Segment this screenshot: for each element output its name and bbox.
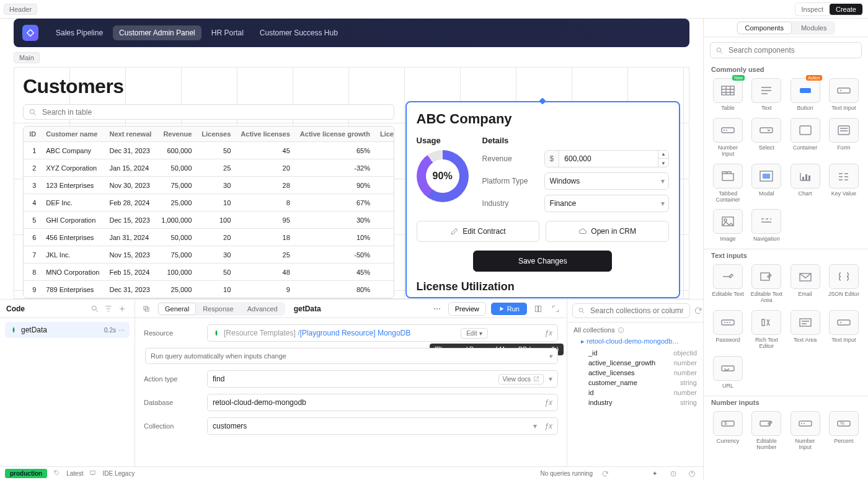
table-row[interactable]: 5GHI CorporationDec 15, 20231,000,000100… xyxy=(24,211,394,229)
customers-table[interactable]: IDCustomer nameNext renewalRevenueLicens… xyxy=(23,126,394,298)
table-row[interactable]: 7JKL Inc.Nov 15, 202375,0003025-50%-30%F… xyxy=(24,246,394,264)
panel-layout-icon[interactable] xyxy=(532,303,544,315)
table-row[interactable]: 9789 EnterprisesDec 31, 202325,00010980%… xyxy=(24,281,394,298)
nav-tab[interactable]: Customer Success Hub xyxy=(254,25,344,40)
component-tile[interactable]: Password xyxy=(711,310,745,350)
component-tile[interactable]: Editable Text Area xyxy=(750,264,783,304)
tab-components[interactable]: Components xyxy=(738,22,791,33)
resource-field[interactable]: [Resource Templates] / [Playground Resou… xyxy=(207,324,558,342)
component-tile[interactable]: Form xyxy=(827,118,861,158)
nav-tab[interactable]: Sales Pipeline xyxy=(50,25,109,40)
schema-field[interactable]: active_licensesnumber xyxy=(574,368,697,378)
run-button[interactable]: Run xyxy=(491,303,527,315)
component-tile[interactable]: Editable Text xyxy=(711,264,745,304)
component-tile[interactable]: JSON Editor xyxy=(827,264,861,304)
sparkle-icon[interactable]: ✦ xyxy=(649,468,661,480)
component-tile[interactable]: Number Input xyxy=(789,411,822,451)
table-col-header[interactable]: Active license growth xyxy=(295,127,375,142)
duplicate-icon[interactable] xyxy=(140,303,153,315)
component-tile[interactable]: Text Area xyxy=(789,310,822,350)
schema-search-input[interactable] xyxy=(589,306,684,316)
refresh-icon[interactable] xyxy=(694,304,702,317)
table-col-header[interactable]: Next renewal xyxy=(104,127,156,142)
schema-field[interactable]: active_license_growthnumber xyxy=(574,358,697,368)
table-col-header[interactable]: ID xyxy=(24,127,41,142)
nav-tab[interactable]: HR Portal xyxy=(205,25,250,40)
component-tile[interactable]: Editable Number xyxy=(750,411,783,451)
table-col-header[interactable]: Revenue xyxy=(156,127,197,142)
database-field[interactable]: retool-cloud-demo-mongodb ƒx xyxy=(207,394,558,411)
schema-all-collections[interactable]: All collections xyxy=(574,326,697,334)
component-tile[interactable]: ActionButton xyxy=(789,78,822,112)
fx-icon[interactable]: ƒx xyxy=(541,398,552,407)
tab-general[interactable]: General xyxy=(159,303,195,314)
inspector-search-input[interactable] xyxy=(727,45,856,55)
history-icon[interactable] xyxy=(667,468,680,480)
ide-legacy-label[interactable]: IDE Legacy xyxy=(102,470,135,477)
action-type-field[interactable]: find View docs ▾ xyxy=(207,370,558,388)
search-icon[interactable] xyxy=(89,303,101,315)
expand-icon[interactable] xyxy=(549,303,562,315)
table-row[interactable]: 3123 EnterprisesNov 30, 202375,000302890… xyxy=(24,177,394,194)
plus-icon[interactable] xyxy=(116,303,128,315)
component-tile[interactable]: Modal xyxy=(750,164,783,203)
component-tile[interactable]: Chart xyxy=(789,164,822,203)
component-tile[interactable]: Navigation xyxy=(750,209,783,242)
tab-advanced[interactable]: Advanced xyxy=(241,303,284,314)
component-tile[interactable]: Tabbed Container xyxy=(711,164,745,203)
preview-button[interactable]: Preview xyxy=(448,302,486,316)
table-search[interactable] xyxy=(23,104,394,120)
table-search-input[interactable] xyxy=(41,107,389,117)
kv-platform-field[interactable]: Windows ▾ xyxy=(544,172,669,190)
inspector-search[interactable] xyxy=(710,42,862,58)
schema-collection[interactable]: ▸ retool-cloud-demo-mongodb… xyxy=(574,336,697,348)
component-tile[interactable]: Email xyxy=(789,264,822,304)
refresh-icon[interactable] xyxy=(599,468,611,480)
save-changes-button[interactable]: Save Changes xyxy=(473,251,612,272)
component-tile[interactable]: Rich Text Editor xyxy=(750,310,783,350)
kebab-icon[interactable]: ⋯ xyxy=(431,303,443,315)
table-col-header[interactable]: Customer name xyxy=(41,127,104,142)
table-row[interactable]: 2XYZ CorporationJan 15, 202450,0002520-3… xyxy=(24,159,394,177)
component-tile[interactable]: Text Input xyxy=(827,78,861,112)
component-tile[interactable]: Key Value xyxy=(827,164,861,203)
table-col-header[interactable]: License growth xyxy=(375,127,394,142)
query-list-item[interactable]: getData 0.2s ⋯ xyxy=(5,322,130,338)
component-tile[interactable]: Image xyxy=(711,209,745,242)
schema-field[interactable]: customer_namestring xyxy=(574,378,697,388)
schema-search[interactable] xyxy=(572,303,690,318)
component-tile[interactable]: URL xyxy=(711,356,745,389)
view-docs-link[interactable]: View docs xyxy=(498,374,544,384)
table-row[interactable]: 6456 EnterprisesJan 31, 202450,000201810… xyxy=(24,229,394,246)
component-tile[interactable]: $Currency xyxy=(711,411,745,451)
component-tile[interactable]: %Percent xyxy=(827,411,861,451)
table-row[interactable]: 4DEF Inc.Feb 28, 202425,00010867%25%Fina… xyxy=(24,194,394,211)
help-icon[interactable] xyxy=(686,468,698,480)
tab-modules[interactable]: Modules xyxy=(794,22,835,33)
table-row[interactable]: 1ABC CompanyDec 31, 2023600,000504565%30… xyxy=(24,142,394,159)
kebab-icon[interactable]: ⋯ xyxy=(118,327,125,334)
inspect-tab[interactable]: Inspect xyxy=(795,4,830,15)
env-badge[interactable]: production xyxy=(5,469,47,478)
fx-icon[interactable]: ƒx xyxy=(541,422,552,430)
tab-response[interactable]: Response xyxy=(197,303,240,314)
edit-contract-button[interactable]: Edit Contract xyxy=(417,221,540,242)
component-tile[interactable]: Number Input xyxy=(711,118,745,158)
fx-icon[interactable]: ƒx xyxy=(541,329,552,337)
table-row[interactable]: 8MNO CorporationFeb 15, 2024100,00050484… xyxy=(24,264,394,281)
auto-run-field[interactable]: Run query automatically when inputs chan… xyxy=(145,348,558,364)
table-col-header[interactable]: Licenses xyxy=(197,127,236,142)
kv-revenue-field[interactable]: $ 600,000 ▲▼ xyxy=(544,150,669,167)
collection-field[interactable]: customers ▾ ƒx xyxy=(207,417,558,435)
component-tile[interactable]: Select xyxy=(750,118,783,158)
schema-field[interactable]: _idobjectid xyxy=(574,348,697,358)
component-tile[interactable]: NewTable xyxy=(711,78,745,112)
open-in-crm-button[interactable]: Open in CRM xyxy=(546,221,669,242)
nav-tab[interactable]: Customer Admin Panel xyxy=(113,25,202,40)
component-tile[interactable]: Text Input xyxy=(827,310,861,350)
table-col-header[interactable]: Active licenses xyxy=(236,127,295,142)
component-tile[interactable]: Container xyxy=(789,118,822,158)
resource-edit-pill[interactable]: Edit ▾ xyxy=(461,328,488,339)
schema-field[interactable]: industrystring xyxy=(574,398,697,407)
version-latest[interactable]: Latest xyxy=(66,470,83,477)
